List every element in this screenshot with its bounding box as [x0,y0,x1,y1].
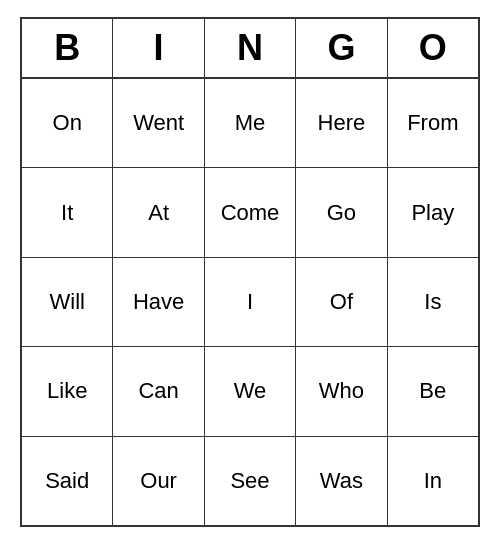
bingo-cell-1-0[interactable]: It [22,168,113,256]
header-o: O [388,19,478,79]
bingo-cell-3-3[interactable]: Who [296,347,387,435]
bingo-cell-4-2[interactable]: See [205,437,296,525]
bingo-cell-3-2[interactable]: We [205,347,296,435]
bingo-row-4: SaidOurSeeWasIn [22,437,478,525]
bingo-cell-4-3[interactable]: Was [296,437,387,525]
bingo-cell-2-4[interactable]: Is [388,258,478,346]
bingo-cell-1-4[interactable]: Play [388,168,478,256]
bingo-cell-0-3[interactable]: Here [296,79,387,167]
bingo-cell-0-1[interactable]: Went [113,79,204,167]
bingo-cell-1-2[interactable]: Come [205,168,296,256]
header-g: G [296,19,387,79]
bingo-cell-4-4[interactable]: In [388,437,478,525]
bingo-row-1: ItAtComeGoPlay [22,168,478,257]
bingo-row-2: WillHaveIOfIs [22,258,478,347]
bingo-cell-2-1[interactable]: Have [113,258,204,346]
bingo-cell-1-1[interactable]: At [113,168,204,256]
bingo-cell-3-4[interactable]: Be [388,347,478,435]
bingo-cell-3-0[interactable]: Like [22,347,113,435]
header-i: I [113,19,204,79]
header-n: N [205,19,296,79]
bingo-cell-2-0[interactable]: Will [22,258,113,346]
bingo-cell-2-3[interactable]: Of [296,258,387,346]
bingo-cell-0-4[interactable]: From [388,79,478,167]
bingo-body: OnWentMeHereFromItAtComeGoPlayWillHaveIO… [22,79,478,525]
bingo-cell-0-0[interactable]: On [22,79,113,167]
bingo-cell-4-1[interactable]: Our [113,437,204,525]
bingo-cell-1-3[interactable]: Go [296,168,387,256]
bingo-card: B I N G O OnWentMeHereFromItAtComeGoPlay… [20,17,480,527]
bingo-cell-2-2[interactable]: I [205,258,296,346]
bingo-row-0: OnWentMeHereFrom [22,79,478,168]
bingo-header: B I N G O [22,19,478,79]
bingo-cell-0-2[interactable]: Me [205,79,296,167]
header-b: B [22,19,113,79]
bingo-cell-4-0[interactable]: Said [22,437,113,525]
bingo-cell-3-1[interactable]: Can [113,347,204,435]
bingo-row-3: LikeCanWeWhoBe [22,347,478,436]
